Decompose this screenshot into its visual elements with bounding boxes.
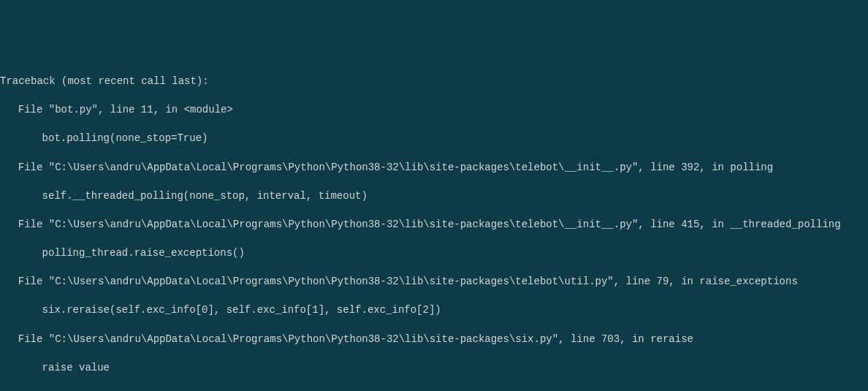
traceback-file-line: File "bot.py", line 11, in <module> bbox=[0, 103, 868, 118]
traceback-file-line: File "C:\Users\andru\AppData\Local\Progr… bbox=[0, 161, 868, 175]
traceback-code-line: six.reraise(self.exc_info[0], self.exc_i… bbox=[0, 303, 868, 318]
traceback-code-line: self.__threaded_polling(none_stop, inter… bbox=[0, 189, 868, 204]
traceback-file-line: File "C:\Users\andru\AppData\Local\Progr… bbox=[0, 218, 868, 232]
traceback-header: Traceback (most recent call last): bbox=[0, 75, 868, 89]
traceback-code-line: raise value bbox=[0, 361, 868, 376]
traceback-file-line: File "C:\Users\andru\AppData\Local\Progr… bbox=[0, 275, 868, 289]
terminal-output: Traceback (most recent call last): File … bbox=[0, 60, 868, 391]
traceback-code-line: polling_thread.raise_exceptions() bbox=[0, 246, 868, 261]
traceback-code-line: bot.polling(none_stop=True) bbox=[0, 132, 868, 146]
traceback-file-line: File "C:\Users\andru\AppData\Local\Progr… bbox=[0, 333, 868, 347]
